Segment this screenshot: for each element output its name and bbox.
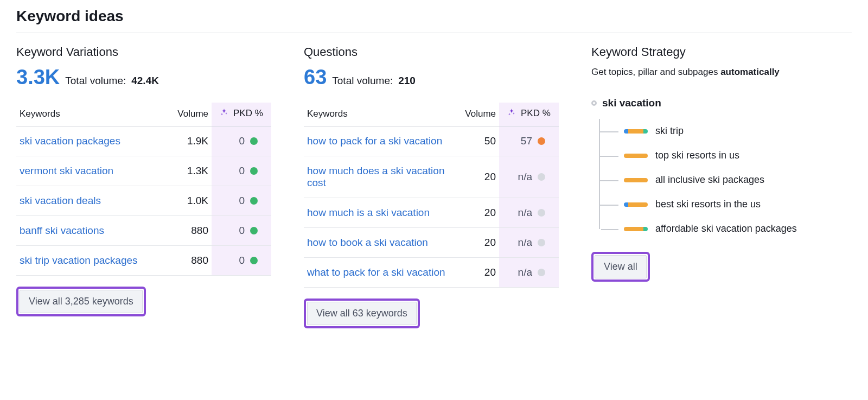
difficulty-dot-icon	[250, 227, 258, 234]
highlight-box: View all 63 keywords	[304, 299, 420, 328]
pkd-cell: n/a	[499, 258, 559, 288]
th-volume[interactable]: Volume	[163, 103, 212, 126]
table-row: how much is a ski vacation20n/a	[304, 198, 559, 228]
keyword-link[interactable]: ski vacation deals	[20, 195, 101, 206]
difficulty-dot-icon	[538, 209, 545, 217]
table-row: how much does a ski vacation cost20n/a	[304, 156, 559, 198]
pkd-cell: 57	[499, 126, 559, 156]
volume-cell: 880	[163, 216, 212, 246]
volume-cell: 50	[450, 126, 499, 156]
intent-bar-icon	[624, 129, 648, 134]
keyword-link[interactable]: banff ski vacations	[20, 225, 104, 236]
strategy-item-label: affordable ski vacation packages	[655, 223, 797, 234]
table-row: how to book a ski vacation20n/a	[304, 228, 559, 258]
strategy-item-label: best ski resorts in the us	[655, 199, 761, 210]
pkd-value: 0	[239, 225, 245, 237]
strategy-item[interactable]: best ski resorts in the us	[600, 192, 852, 217]
th-volume[interactable]: Volume	[450, 103, 499, 126]
keyword-link[interactable]: how to pack for a ski vacation	[307, 135, 442, 147]
keyword-link[interactable]: ski vacation packages	[20, 135, 120, 147]
pkd-value: 0	[239, 255, 245, 266]
table-row: banff ski vacations8800	[16, 216, 271, 246]
keyword-link[interactable]: what to pack for a ski vacation	[307, 266, 445, 278]
table-row: what to pack for a ski vacation20n/a	[304, 258, 559, 288]
strategy-item-label: all inclusive ski packages	[655, 174, 764, 186]
th-keywords[interactable]: Keywords	[304, 103, 450, 126]
questions-panel: Questions 63 Total volume: 210 Keywords …	[304, 45, 559, 328]
pkd-value: 0	[239, 165, 245, 177]
volume-cell: 1.9K	[163, 126, 212, 156]
th-keywords[interactable]: Keywords	[16, 103, 163, 126]
pkd-cell: 0	[212, 126, 271, 156]
strategy-item-label: ski trip	[655, 125, 684, 137]
intent-bar-icon	[624, 154, 648, 158]
page-title: Keyword ideas	[16, 8, 852, 25]
volume-cell: 1.3K	[163, 156, 212, 186]
keyword-variations-metric: 3.3K Total volume: 42.4K	[16, 67, 271, 87]
th-pkd[interactable]: PKD %	[499, 103, 559, 126]
difficulty-dot-icon	[538, 137, 545, 145]
intent-bar-icon	[624, 227, 648, 231]
pkd-value: 0	[239, 135, 245, 147]
strategy-item[interactable]: top ski resorts in us	[600, 143, 852, 168]
radio-icon	[591, 100, 597, 106]
questions-metric: 63 Total volume: 210	[304, 67, 559, 87]
view-all-strategy-button[interactable]: View all	[595, 255, 647, 278]
total-volume-value: 210	[398, 75, 416, 87]
strategy-item[interactable]: ski trip	[600, 119, 852, 143]
volume-cell: 20	[450, 156, 499, 198]
th-pkd-label: PKD %	[521, 108, 551, 118]
difficulty-dot-icon	[250, 197, 258, 205]
view-all-variations-button[interactable]: View all 3,285 keywords	[20, 290, 143, 313]
difficulty-dot-icon	[538, 269, 545, 276]
pkd-cell: 0	[212, 186, 271, 216]
th-pkd[interactable]: PKD %	[212, 103, 271, 126]
volume-cell: 20	[450, 228, 499, 258]
keyword-variations-count: 3.3K	[16, 67, 60, 87]
volume-cell: 20	[450, 258, 499, 288]
keyword-variations-title: Keyword Variations	[16, 45, 271, 59]
difficulty-dot-icon	[250, 257, 258, 264]
strategy-root[interactable]: ski vacation	[591, 97, 852, 109]
keyword-link[interactable]: how to book a ski vacation	[307, 237, 428, 248]
pkd-value: n/a	[518, 207, 532, 219]
strategy-item-label: top ski resorts in us	[655, 150, 739, 161]
strategy-item[interactable]: affordable ski vacation packages	[600, 217, 852, 241]
intent-bar-icon	[624, 178, 648, 182]
difficulty-dot-icon	[538, 173, 545, 181]
keyword-strategy-panel: Keyword Strategy Get topics, pillar and …	[591, 45, 852, 282]
pkd-value: 0	[239, 195, 245, 207]
keyword-strategy-title: Keyword Strategy	[591, 45, 852, 59]
keyword-link[interactable]: ski trip vacation packages	[20, 255, 138, 266]
keyword-variations-panel: Keyword Variations 3.3K Total volume: 42…	[16, 45, 271, 316]
total-volume-value: 42.4K	[131, 75, 159, 87]
strategy-item[interactable]: all inclusive ski packages	[600, 168, 852, 192]
questions-table: Keywords Volume PKD % how to pack for a …	[304, 103, 559, 288]
view-all-questions-button[interactable]: View all 63 keywords	[307, 302, 417, 325]
questions-title: Questions	[304, 45, 559, 59]
questions-count: 63	[304, 67, 327, 87]
keyword-link[interactable]: how much is a ski vacation	[307, 207, 430, 218]
sparkle-icon	[507, 108, 516, 119]
table-row: ski vacation deals1.0K0	[16, 186, 271, 216]
table-row: ski vacation packages1.9K0	[16, 126, 271, 156]
intent-bar-icon	[624, 202, 648, 207]
total-volume-label: Total volume:	[332, 75, 393, 87]
table-row: how to pack for a ski vacation5057	[304, 126, 559, 156]
th-pkd-label: PKD %	[233, 108, 263, 118]
difficulty-dot-icon	[250, 167, 258, 175]
keyword-link[interactable]: vermont ski vacation	[20, 165, 113, 176]
pkd-cell: 0	[212, 246, 271, 276]
total-volume-label: Total volume:	[65, 75, 126, 87]
divider	[16, 33, 852, 33]
keyword-link[interactable]: how much does a ski vacation cost	[307, 165, 444, 188]
strategy-root-label: ski vacation	[602, 97, 661, 109]
pkd-cell: n/a	[499, 156, 559, 198]
pkd-cell: n/a	[499, 198, 559, 228]
volume-cell: 1.0K	[163, 186, 212, 216]
pkd-cell: 0	[212, 156, 271, 186]
volume-cell: 20	[450, 198, 499, 228]
table-row: vermont ski vacation1.3K0	[16, 156, 271, 186]
pkd-value: 57	[521, 135, 532, 147]
difficulty-dot-icon	[538, 239, 545, 246]
